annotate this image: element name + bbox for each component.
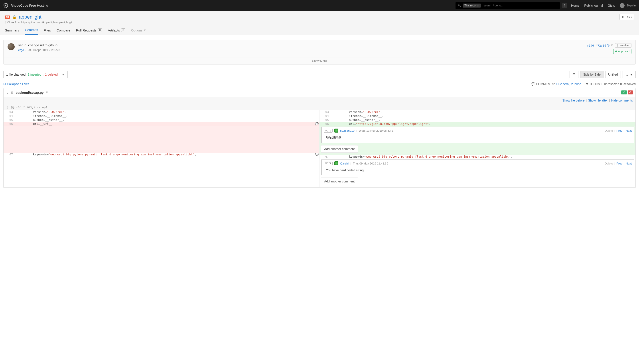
file-diff: ⌄ 🗎 backend/setup.py ⧉ +1 -1 Show file b… <box>3 88 636 188</box>
inline-comment: NOTE 592636910 | Wed, 13 Nov 2019 06:53:… <box>320 126 635 144</box>
status-dot-icon <box>615 50 617 52</box>
prev-comment-link[interactable]: Prev <box>616 129 622 132</box>
file-actions: Show file before | Show file after | Hid… <box>4 97 635 104</box>
branch-label[interactable]: ᛘ master <box>615 43 631 48</box>
collapse-icon: ⊟ <box>3 82 6 86</box>
tab-commits[interactable]: Commits <box>25 28 38 35</box>
logo[interactable]: RhodeCode Free Hosting <box>3 3 48 8</box>
side-by-side-button[interactable]: Side by Side <box>580 71 603 78</box>
note-tag: NOTE <box>324 162 333 165</box>
code-line[interactable]: 65 author=__author__, <box>4 118 319 122</box>
code-line-added[interactable]: 66+ url="https://github.com/AppEnlight/a… <box>320 122 635 126</box>
help-button[interactable]: ? <box>562 3 567 8</box>
more-options-button[interactable]: ... ▼ <box>622 71 636 78</box>
tab-files[interactable]: Files <box>44 28 51 35</box>
commit-meta: ergo - Sat, 13 Apr 2019 21:55:23 <box>18 48 587 52</box>
fork-icon: ᛘ <box>5 21 7 24</box>
add-comment-icon[interactable]: 💬 <box>314 122 319 126</box>
note-tag: NOTE <box>324 129 333 132</box>
commit-author[interactable]: ergo <box>18 48 24 52</box>
chevron-down-icon[interactable]: ⌄ <box>6 91 9 94</box>
diff-padding <box>4 126 319 153</box>
repo-name[interactable]: appenlight <box>19 14 42 20</box>
code-line[interactable]: 67 keywords="web wsgi bfg pylons pyramid… <box>320 155 635 159</box>
top-header: RhodeCode Free Hosting This repo ⊗ ? Hom… <box>0 0 639 11</box>
search-container[interactable]: This repo ⊗ <box>456 2 560 9</box>
comment-author[interactable]: Qarshi <box>340 162 349 165</box>
add-comment-button[interactable]: Add another comment <box>321 145 358 153</box>
comment-author[interactable]: 592636910 <box>340 129 355 132</box>
nav-gists[interactable]: Gists <box>608 4 615 7</box>
delete-comment-link[interactable]: Delete <box>605 129 613 132</box>
show-file-after-link[interactable]: Show file after <box>588 99 608 102</box>
nav-signin[interactable]: Sign in <box>620 3 636 8</box>
commit-hash[interactable]: r196:472d1df0 <box>587 44 610 47</box>
commit-panel: setup: change url to github ergo - Sat, … <box>3 40 636 64</box>
comment-date: Wed, 13 Nov 2019 06:53:27 <box>359 129 395 132</box>
show-file-before-link[interactable]: Show file before <box>562 99 584 102</box>
prev-comment-link[interactable]: Prev <box>616 162 622 165</box>
inline-comment: NOTE Qarshi | Thu, 09 May 2019 11:41:39 … <box>320 159 635 177</box>
show-more-button[interactable]: Show More <box>4 57 635 64</box>
comment-body: 地址没问题 <box>322 134 634 143</box>
code-line-deleted[interactable]: 66- url=__url__, 💬 <box>4 122 319 126</box>
lock-icon: 🔒 <box>12 15 17 19</box>
search-scope-pill[interactable]: This repo ⊗ <box>463 4 481 8</box>
expand-collapse-button[interactable] <box>569 71 578 78</box>
todos-summary: ⚑ TODOs: 0 unresolved 0 Resolved <box>585 82 636 86</box>
file-name[interactable]: backend/setup.py <box>16 91 44 94</box>
code-line[interactable]: 67 keywords="web wsgi bfg pylons pyramid… <box>4 153 319 157</box>
diff-left-side: 63 version="2.0.0rc1", 64 license=__lice… <box>4 110 320 187</box>
collapse-all-link[interactable]: ⊟ Collapse all files <box>3 82 29 86</box>
nav-public-journal[interactable]: Public journal <box>584 4 603 7</box>
search-input[interactable] <box>483 4 558 7</box>
code-line[interactable]: 64 license=__license__, <box>4 114 319 118</box>
drag-icon: ⋮ <box>6 106 9 109</box>
search-icon <box>458 4 461 7</box>
logo-shield-icon <box>3 3 8 8</box>
chevron-down-icon: ▼ <box>60 73 65 76</box>
comment-date: Thu, 09 May 2019 11:41:39 <box>353 162 388 165</box>
diff-right-side: 63 version="2.0.0rc1", 64 license=__lice… <box>320 110 635 187</box>
nav-home[interactable]: Home <box>571 4 579 7</box>
code-line[interactable]: 63 version="2.0.0rc1", <box>320 110 635 114</box>
code-line[interactable]: 63 version="2.0.0rc1", <box>4 110 319 114</box>
avatar-icon <box>620 3 624 8</box>
add-comment-icon[interactable]: 💬 <box>314 153 319 156</box>
next-comment-link[interactable]: Next <box>626 162 632 165</box>
rss-button[interactable]: RSS <box>619 14 634 20</box>
tab-artifacts[interactable]: Artifacts 0 <box>108 28 125 35</box>
tab-summary[interactable]: Summary <box>5 28 19 35</box>
diff-controls: 1 file changed: 1 inserted, 1 deleted ▼ … <box>3 71 636 78</box>
tab-options[interactable]: Options ▾ <box>131 28 146 35</box>
chevron-down-icon: ▾ <box>144 28 146 32</box>
hide-comments-link[interactable]: Hide comments <box>611 99 633 102</box>
vcs-badge: GIT <box>5 16 10 18</box>
comment-avatar[interactable] <box>334 128 338 132</box>
rss-icon <box>622 16 624 18</box>
author-avatar[interactable] <box>8 43 15 50</box>
tab-compare[interactable]: Compare <box>57 28 70 35</box>
add-comment-button[interactable]: Add another comment <box>321 178 358 185</box>
commit-date: Sat, 13 Apr 2019 21:55:23 <box>27 48 60 52</box>
unified-button[interactable]: Unified <box>605 71 621 78</box>
comments-summary: 💬 COMMENTS: 1 General, 2 Inline <box>531 82 581 86</box>
comment-avatar[interactable] <box>334 162 338 165</box>
delete-comment-link[interactable]: Delete <box>605 162 613 165</box>
clone-info: ᛘ Clone from https://github.com/Appenlig… <box>5 21 634 24</box>
next-comment-link[interactable]: Next <box>626 129 632 132</box>
comment-body: You have hard coded string. <box>322 167 634 175</box>
repo-header: GIT 🔒 appenlight RSS ᛘ Clone from https:… <box>0 11 639 35</box>
close-icon[interactable]: ⊗ <box>477 4 479 7</box>
hunk-header: ⋮ @@ -63,7 +63,7 setup( <box>4 104 635 110</box>
top-nav: Home Public journal Gists Sign in <box>571 3 636 8</box>
code-line[interactable]: 65 author=__author__, <box>320 118 635 122</box>
repo-tabs: Summary Commits Files Compare Pull Reque… <box>5 28 634 35</box>
tab-pull-requests[interactable]: Pull Requests 0 <box>76 28 102 35</box>
files-changed-dropdown[interactable]: 1 file changed: 1 inserted, 1 deleted ▼ <box>3 71 68 78</box>
site-name: RhodeCode Free Hosting <box>11 4 48 7</box>
copy-path-icon[interactable]: ⧉ <box>46 91 48 94</box>
copy-icon[interactable]: ⧉ <box>611 44 613 47</box>
file-icon: 🗎 <box>11 91 14 94</box>
code-line[interactable]: 64 license=__license__, <box>320 114 635 118</box>
